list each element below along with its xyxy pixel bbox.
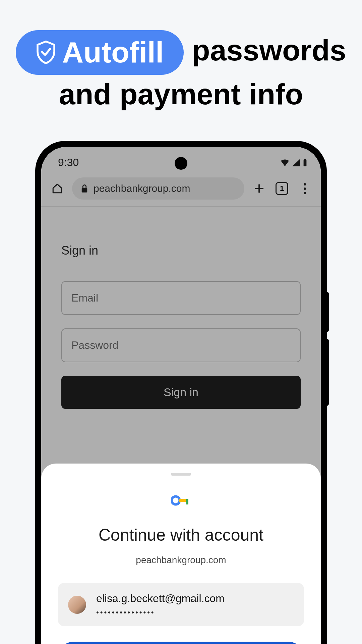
hero-line-2: and payment info bbox=[0, 78, 362, 111]
shield-check-icon bbox=[36, 41, 56, 64]
hero-heading: Autofill passwords and payment info bbox=[0, 0, 362, 111]
account-email: elisa.g.beckett@gmail.com bbox=[96, 592, 225, 605]
avatar bbox=[68, 596, 86, 614]
password-manager-icon bbox=[58, 494, 304, 506]
sheet-grabber[interactable] bbox=[171, 473, 191, 476]
phone-screen: 9:30 peachbankgroup.com bbox=[41, 147, 321, 644]
account-text: elisa.g.beckett@gmail.com ••••••••••••••… bbox=[96, 592, 225, 617]
hero-line1-rest: passwords bbox=[184, 34, 346, 67]
account-password-mask: ••••••••••••••• bbox=[96, 608, 225, 617]
svg-rect-4 bbox=[179, 499, 186, 502]
front-camera bbox=[175, 157, 187, 170]
svg-point-3 bbox=[172, 496, 180, 504]
sheet-domain: peachbankgroup.com bbox=[58, 555, 304, 566]
hero-line-1: Autofill passwords bbox=[0, 30, 362, 75]
svg-rect-6 bbox=[186, 502, 188, 504]
sheet-title: Continue with account bbox=[58, 525, 304, 545]
continue-button[interactable]: Continue bbox=[58, 642, 304, 644]
account-suggestion[interactable]: elisa.g.beckett@gmail.com ••••••••••••••… bbox=[58, 583, 304, 626]
phone-side-button bbox=[327, 292, 329, 332]
phone-side-button bbox=[327, 339, 329, 406]
autofill-bottom-sheet: Continue with account peachbankgroup.com… bbox=[41, 464, 321, 644]
svg-rect-5 bbox=[186, 499, 188, 502]
phone-frame: 9:30 peachbankgroup.com bbox=[35, 141, 327, 644]
pill-label: Autofill bbox=[62, 36, 164, 69]
autofill-pill: Autofill bbox=[16, 30, 184, 75]
